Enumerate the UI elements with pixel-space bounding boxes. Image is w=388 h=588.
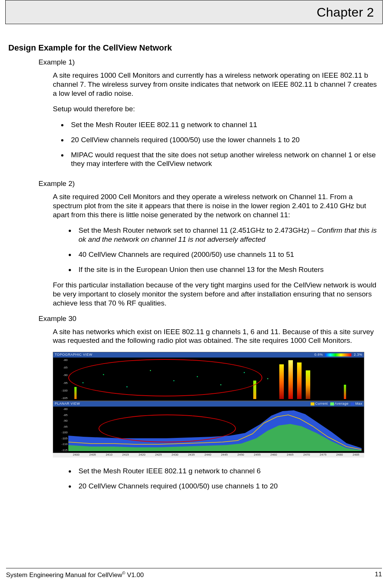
- x-tick: 2445: [216, 453, 232, 458]
- example1-para2: Setup would therefore be:: [53, 104, 380, 114]
- x-tick: 2405: [85, 453, 101, 458]
- list-item: Set the Mesh Router network set to chann…: [75, 226, 380, 244]
- x-tick: 2420: [134, 453, 150, 458]
- planar-legend: Current Average Max: [311, 402, 362, 405]
- topographic-titlebar: TOPOGRAPHIC VIEW 0.6% 2.3%: [53, 352, 364, 358]
- list-item: 20 CellView Channels required (1000/50) …: [75, 482, 380, 491]
- x-tick: 2410: [101, 453, 117, 458]
- x-tick: 2465: [282, 453, 299, 458]
- x-tick: 2485: [348, 453, 364, 458]
- x-tick: 2480: [331, 453, 348, 458]
- legend-swatch-average: [330, 402, 334, 405]
- page-footer: System Engineering Manual for CellView© …: [6, 568, 382, 579]
- spectrum-figure: TOPOGRAPHIC VIEW 0.6% 2.3% -80 -85 -90 -…: [53, 352, 364, 458]
- example2-para1: A site required 2000 Cell Monitors and t…: [53, 192, 380, 219]
- copyright-icon: ©: [122, 571, 125, 575]
- example3-label: Example 30: [38, 315, 380, 323]
- highlight-ellipse: [99, 415, 236, 442]
- legend-swatch-current: [311, 402, 314, 405]
- x-tick: 2440: [200, 453, 216, 458]
- example3-para1: A site has networks which exist on IEEE …: [53, 327, 380, 345]
- example1-bullets: Set the Mesh Router IEEE 802.11 g networ…: [53, 120, 380, 168]
- y-tick: -90: [55, 373, 68, 377]
- list-item: 20 CellView channels required (1000/50) …: [68, 135, 380, 144]
- list-item: 40 CellView Channels are required (2000/…: [75, 250, 380, 259]
- footer-doc-title: System Engineering Manual for CellView: [6, 571, 122, 579]
- color-gradient-icon: [325, 353, 351, 356]
- chapter-title: Chapter 2: [317, 5, 374, 20]
- scale-high: 2.3%: [354, 353, 362, 356]
- x-tick: 2400: [68, 453, 85, 458]
- legend-max: Max: [355, 402, 362, 405]
- footer-version: V1.00: [125, 571, 144, 579]
- y-tick: -85: [55, 366, 68, 369]
- x-axis: 2400 2405 2410 2415 2420 2425 2430 2435 …: [53, 453, 364, 458]
- list-item: Set the Mesh Router IEEE 802.11 g networ…: [75, 467, 380, 476]
- y-tick: -115: [55, 448, 68, 452]
- y-tick: -90: [55, 419, 68, 422]
- x-tick: 2475: [315, 453, 331, 458]
- y-tick: -110: [55, 442, 68, 446]
- x-tick: 2435: [183, 453, 200, 458]
- bullet-text: Set the Mesh Router network set to chann…: [79, 226, 317, 234]
- topographic-y-axis: -80 -85 -90 -95 -100 -105: [55, 358, 68, 400]
- legend-average: Average: [335, 402, 349, 405]
- x-tick: 2415: [117, 453, 134, 458]
- y-tick: -105: [55, 396, 68, 400]
- scale-low: 0.6%: [314, 353, 323, 356]
- list-item: MIPAC would request that the site does n…: [68, 150, 380, 169]
- footer-left: System Engineering Manual for CellView© …: [6, 571, 144, 579]
- example2-label: Example 2): [38, 180, 380, 188]
- y-tick: -80: [55, 407, 68, 411]
- topographic-scale: 0.6% 2.3%: [314, 353, 362, 356]
- planar-panel: PLANAR VIEW Current Average Max -80 -85 …: [53, 401, 364, 453]
- spectrum-peak: [279, 364, 284, 399]
- legend-swatch-max: [351, 402, 354, 405]
- page: Chapter 2 Design Example for the CellVie…: [0, 0, 388, 588]
- y-tick: -85: [55, 413, 68, 417]
- spectrum-peak: [74, 387, 77, 399]
- x-tick: 2450: [232, 453, 249, 458]
- planar-y-axis: -80 -85 -90 -95 -100 -105 -110 -115: [55, 407, 68, 452]
- spectrum-peak: [344, 385, 346, 399]
- example1-para1: A site requires 1000 Cell Monitors and c…: [53, 71, 380, 98]
- y-tick: -100: [55, 389, 68, 392]
- list-item: If the site is in the European Union the…: [75, 265, 380, 274]
- x-tick: 2460: [265, 453, 282, 458]
- page-number: 11: [375, 571, 382, 579]
- y-tick: -100: [55, 431, 68, 434]
- content: Design Example for the CellView Network …: [0, 24, 388, 491]
- example3-bullets: Set the Mesh Router IEEE 802.11 g networ…: [60, 467, 380, 491]
- example1-label: Example 1): [38, 58, 380, 66]
- y-tick: -80: [55, 358, 68, 362]
- x-tick: 2455: [249, 453, 266, 458]
- topographic-title: TOPOGRAPHIC VIEW: [55, 353, 92, 356]
- planar-title: PLANAR VIEW: [55, 402, 80, 405]
- y-tick: -95: [55, 381, 68, 385]
- example2-bullets: Set the Mesh Router network set to chann…: [60, 226, 380, 274]
- chapter-header: Chapter 2: [5, 0, 383, 24]
- spectrum-peak: [306, 370, 310, 399]
- x-tick: 2425: [150, 453, 167, 458]
- x-tick: 2430: [167, 453, 183, 458]
- y-tick: -105: [55, 437, 68, 440]
- section-title: Design Example for the CellView Network: [8, 43, 380, 53]
- x-tick: 2470: [299, 453, 315, 458]
- legend-current: Current: [315, 402, 328, 405]
- planar-titlebar: PLANAR VIEW Current Average Max: [53, 401, 364, 407]
- y-tick: -95: [55, 425, 68, 428]
- example2-para2: For this particular installation because…: [53, 281, 380, 307]
- spectrum-peak: [288, 360, 293, 399]
- topographic-panel: TOPOGRAPHIC VIEW 0.6% 2.3% -80 -85 -90 -…: [53, 352, 364, 401]
- spectrum-peak: [297, 362, 302, 399]
- list-item: Set the Mesh Router IEEE 802.11 g networ…: [68, 120, 380, 129]
- highlight-ellipse: [68, 359, 262, 396]
